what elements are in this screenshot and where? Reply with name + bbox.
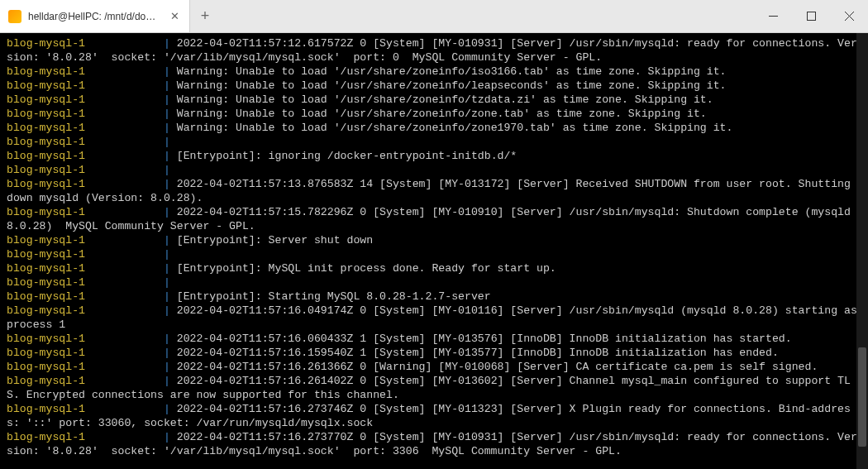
log-line: blog-mysql-1 | 2022-04-02T11:57:16.27377…: [7, 430, 861, 458]
log-prefix: blog-mysql-1: [7, 234, 85, 246]
log-message: Warning: Unable to load '/usr/share/zone…: [177, 65, 727, 78]
scrollbar-thumb[interactable]: [858, 347, 866, 447]
new-tab-button[interactable]: +: [190, 0, 220, 32]
log-line: blog-mysql-1 | Warning: Unable to load '…: [7, 121, 861, 135]
log-separator: |: [164, 375, 177, 387]
log-prefix: blog-mysql-1: [7, 361, 85, 373]
log-line: blog-mysql-1 | 2022-04-02T11:57:16.26136…: [7, 360, 861, 374]
log-separator: |: [164, 248, 177, 261]
log-message: 2022-04-02T11:57:16.060433Z 1 [System] […: [177, 333, 792, 345]
log-separator: |: [164, 347, 177, 359]
log-message: [Entrypoint]: ignoring /docker-entrypoin…: [177, 150, 517, 162]
maximize-button[interactable]: [792, 0, 830, 32]
log-separator: |: [164, 361, 177, 373]
terminal-tab[interactable]: helldar@HellPC: /mnt/d/domain ✕: [0, 0, 190, 32]
log-prefix: blog-mysql-1: [7, 262, 85, 275]
log-line: blog-mysql-1 | 2022-04-02T11:57:16.15954…: [7, 346, 861, 360]
log-separator: |: [164, 304, 177, 317]
titlebar: helldar@HellPC: /mnt/d/domain ✕ +: [0, 0, 868, 33]
log-line: blog-mysql-1 | Warning: Unable to load '…: [7, 65, 861, 79]
log-line: blog-mysql-1 | Warning: Unable to load '…: [7, 93, 861, 107]
log-prefix: blog-mysql-1: [7, 248, 85, 261]
log-separator: |: [164, 108, 177, 120]
tab-title: helldar@HellPC: /mnt/d/domain: [28, 11, 162, 22]
log-message: 2022-04-02T11:57:16.159540Z 1 [System] […: [177, 347, 779, 359]
log-separator: |: [164, 333, 177, 345]
log-separator: |: [164, 206, 177, 218]
log-prefix: blog-mysql-1: [7, 108, 85, 120]
log-prefix: blog-mysql-1: [7, 304, 85, 317]
log-line: blog-mysql-1 |: [7, 275, 861, 290]
log-line: blog-mysql-1 |: [7, 247, 861, 261]
log-prefix: blog-mysql-1: [7, 375, 85, 387]
close-button[interactable]: [830, 0, 868, 32]
log-message: [Entrypoint]: Starting MySQL 8.0.28-1.2.…: [177, 290, 491, 303]
log-message: Warning: Unable to load '/usr/share/zone…: [177, 108, 707, 120]
log-line: blog-mysql-1 | Warning: Unable to load '…: [7, 79, 861, 93]
log-line: blog-mysql-1 |: [7, 163, 861, 177]
scrollbar-track[interactable]: [856, 33, 868, 469]
log-prefix: blog-mysql-1: [7, 79, 85, 92]
log-separator: |: [164, 164, 177, 176]
log-prefix: blog-mysql-1: [7, 164, 85, 176]
log-prefix: blog-mysql-1: [7, 122, 85, 134]
minimize-button[interactable]: [754, 0, 792, 32]
svg-rect-1: [807, 12, 815, 21]
log-line: blog-mysql-1 | 2022-04-02T11:57:16.04917…: [7, 304, 861, 332]
log-prefix: blog-mysql-1: [7, 178, 85, 190]
log-message: [Entrypoint]: MySQL init process done. R…: [177, 262, 556, 275]
log-separator: |: [164, 150, 177, 162]
log-line: blog-mysql-1 | 2022-04-02T11:57:13.87658…: [7, 177, 861, 205]
log-line: blog-mysql-1 | 2022-04-02T11:57:15.78229…: [7, 205, 861, 233]
log-line: blog-mysql-1 | 2022-04-02T11:57:12.61757…: [7, 36, 861, 65]
window-controls: [754, 0, 868, 32]
log-separator: |: [164, 136, 177, 148]
log-line: blog-mysql-1 | 2022-04-02T11:57:16.27374…: [7, 402, 861, 430]
log-separator: |: [164, 262, 177, 275]
log-prefix: blog-mysql-1: [7, 403, 85, 415]
log-separator: |: [164, 79, 177, 92]
log-separator: |: [164, 290, 177, 303]
log-line: blog-mysql-1 | Warning: Unable to load '…: [7, 107, 861, 121]
log-line: blog-mysql-1 | [Entrypoint]: MySQL init …: [7, 261, 861, 275]
log-separator: |: [164, 234, 177, 246]
log-line: blog-mysql-1 |: [7, 135, 861, 149]
log-prefix: blog-mysql-1: [7, 37, 85, 50]
log-prefix: blog-mysql-1: [7, 276, 85, 289]
log-line: blog-mysql-1 | [Entrypoint]: ignoring /d…: [7, 149, 861, 163]
log-separator: |: [164, 65, 177, 78]
log-separator: |: [164, 431, 177, 443]
log-message: Warning: Unable to load '/usr/share/zone…: [177, 122, 733, 134]
log-prefix: blog-mysql-1: [7, 150, 85, 162]
log-message: Warning: Unable to load '/usr/share/zone…: [177, 79, 727, 92]
log-prefix: blog-mysql-1: [7, 136, 85, 148]
log-line: blog-mysql-1 | [Entrypoint]: Starting My…: [7, 290, 861, 304]
log-line: blog-mysql-1 | 2022-04-02T11:57:16.26140…: [7, 374, 861, 402]
log-prefix: blog-mysql-1: [7, 347, 85, 359]
log-prefix: blog-mysql-1: [7, 206, 85, 218]
log-separator: |: [164, 178, 177, 190]
terminal-tab-icon: [8, 10, 21, 23]
log-separator: |: [164, 122, 177, 134]
log-separator: |: [164, 37, 177, 50]
log-prefix: blog-mysql-1: [7, 93, 85, 106]
log-separator: |: [164, 403, 177, 415]
titlebar-spacer: [220, 0, 754, 32]
log-message: 2022-04-02T11:57:16.261366Z 0 [Warning] …: [177, 361, 818, 373]
log-line: blog-mysql-1 | [Entrypoint]: Server shut…: [7, 233, 861, 247]
log-prefix: blog-mysql-1: [7, 333, 85, 345]
log-separator: |: [164, 276, 177, 289]
close-tab-icon[interactable]: ✕: [169, 8, 181, 24]
log-line: blog-mysql-1 | 2022-04-02T11:57:16.06043…: [7, 332, 861, 346]
log-message: [Entrypoint]: Server shut down: [177, 234, 373, 246]
terminal-body[interactable]: blog-mysql-1 | 2022-04-02T11:57:12.61757…: [0, 33, 868, 469]
log-prefix: blog-mysql-1: [7, 65, 85, 78]
log-prefix: blog-mysql-1: [7, 290, 85, 303]
log-prefix: blog-mysql-1: [7, 431, 85, 443]
log-message: Warning: Unable to load '/usr/share/zone…: [177, 93, 713, 106]
log-separator: |: [164, 93, 177, 106]
